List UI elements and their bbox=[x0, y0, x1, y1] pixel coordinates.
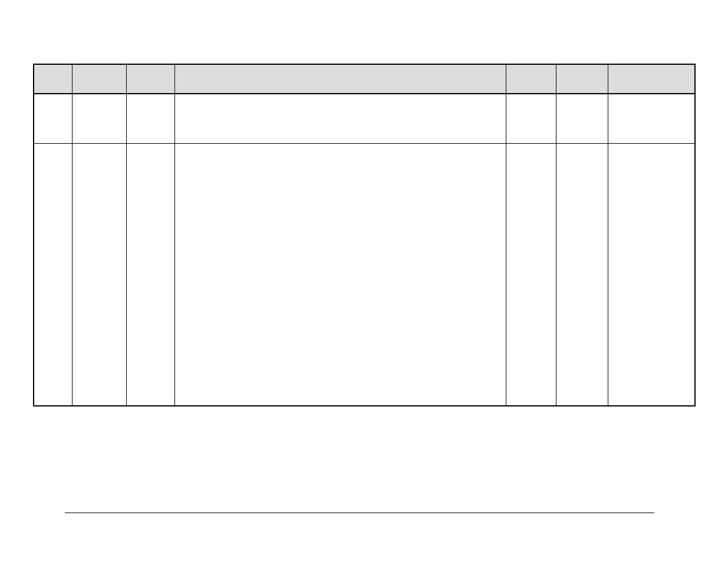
table-cell bbox=[126, 94, 174, 143]
table-cell bbox=[506, 94, 556, 143]
table-row bbox=[34, 143, 695, 406]
table-cell bbox=[608, 94, 695, 143]
table-cell bbox=[72, 143, 126, 406]
table-cell bbox=[34, 143, 72, 406]
table-cell bbox=[34, 94, 72, 143]
data-table bbox=[33, 64, 696, 406]
table-cell bbox=[126, 143, 174, 406]
table-cell bbox=[174, 94, 506, 143]
table-row bbox=[34, 94, 695, 143]
table-header-row bbox=[34, 64, 695, 94]
table-header bbox=[174, 64, 506, 94]
table-header bbox=[34, 64, 72, 94]
table-header bbox=[126, 64, 174, 94]
table-cell bbox=[174, 143, 506, 406]
table-cell bbox=[506, 143, 556, 406]
footer-rule bbox=[65, 513, 654, 513]
document-page bbox=[0, 0, 728, 562]
table-cell bbox=[72, 94, 126, 143]
table-header bbox=[72, 64, 126, 94]
table-header bbox=[556, 64, 608, 94]
table-cell bbox=[556, 143, 608, 406]
table-header bbox=[608, 64, 695, 94]
table-header bbox=[506, 64, 556, 94]
table-cell bbox=[556, 94, 608, 143]
table-cell bbox=[608, 143, 695, 406]
